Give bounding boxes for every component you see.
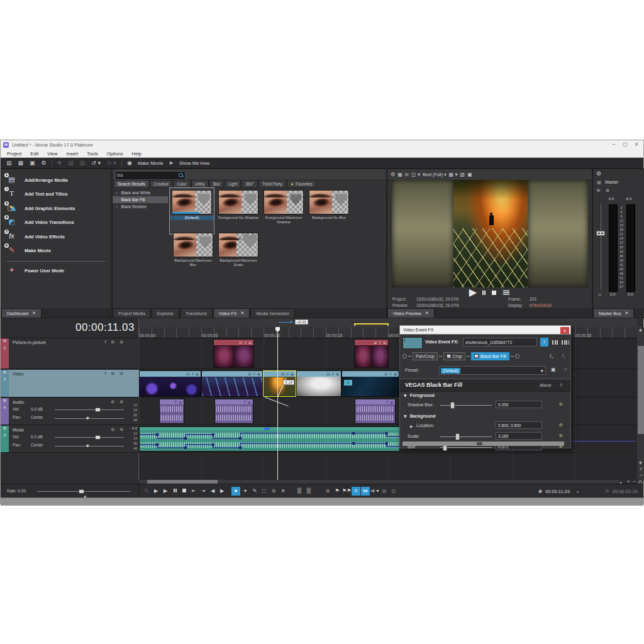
dashboard-power-user-mode[interactable]: ✦Power User Mode bbox=[6, 265, 64, 276]
video-track-color-strip[interactable]: ≡3 bbox=[1, 370, 9, 397]
chain-crop[interactable]: ✓Crop bbox=[443, 352, 465, 360]
previous-frame-button[interactable]: ◀ bbox=[208, 487, 217, 496]
plugin-black-and-white[interactable]: ☆Black and White bbox=[113, 189, 168, 196]
close-tab-icon[interactable]: ✕ bbox=[32, 311, 36, 316]
preset-background-maximum-blur[interactable]: ♥ Background Maximum Blur bbox=[171, 233, 215, 267]
make-movie-icon[interactable]: ◉ bbox=[124, 160, 135, 166]
audio-clip-3[interactable]: f≡ bbox=[355, 399, 396, 424]
master-fader-handle[interactable] bbox=[596, 231, 605, 236]
tab-video-fx[interactable]: Video FX✕ bbox=[213, 308, 250, 318]
menu-insert[interactable]: Insert bbox=[62, 151, 82, 157]
new-project-icon[interactable]: ▤ bbox=[3, 160, 15, 166]
volume-envelope[interactable] bbox=[140, 427, 401, 452]
audio-mute-icon[interactable]: ⊘ bbox=[111, 399, 116, 404]
dashboard-add-text[interactable]: 2TAdd Text and Titles bbox=[6, 188, 67, 199]
preview-settings-icon[interactable]: ⚙ bbox=[391, 172, 395, 177]
event-info-button[interactable]: i bbox=[540, 338, 548, 347]
music-clip[interactable] bbox=[139, 426, 400, 452]
close-tab-icon[interactable]: ✕ bbox=[425, 311, 429, 316]
rate-slider[interactable]: ▲ bbox=[37, 491, 130, 492]
undo-icon[interactable]: ↺ ▾ bbox=[88, 160, 104, 166]
project-properties-icon[interactable]: ⚙ bbox=[38, 160, 50, 166]
fx-dialog-scrollbar[interactable] bbox=[402, 441, 564, 446]
tab-transitions[interactable]: Transitions bbox=[180, 308, 213, 318]
audio-clip-1[interactable]: f≡ bbox=[159, 399, 184, 424]
maximize-button[interactable]: ▢ bbox=[619, 140, 631, 149]
video-clip-maze-selected[interactable]: ⊡f≡ 0.19 bbox=[263, 370, 296, 397]
audio-vol-slider[interactable] bbox=[55, 409, 124, 410]
shadow-blur-value[interactable]: 0.200 bbox=[496, 401, 542, 408]
video-output-fx-icon[interactable]: fx bbox=[405, 172, 409, 177]
location-animate-button[interactable]: ⊕ bbox=[557, 421, 564, 428]
pip-clip-2[interactable]: ≡f≡ bbox=[354, 339, 389, 368]
scale-animate-button[interactable]: ⊕ bbox=[557, 432, 564, 439]
play-button[interactable]: ▶ bbox=[161, 487, 170, 496]
dashboard-add-graphics[interactable]: 3◔▲Add Graphic Elements bbox=[6, 203, 75, 214]
video-clip-concert[interactable]: ⊡f≡ bbox=[201, 370, 263, 397]
envelope-tool[interactable]: ✎ bbox=[250, 487, 259, 496]
track-header-video[interactable]: ≡3 Video f ⊘ ⊘ bbox=[1, 370, 139, 397]
master-fx-icon[interactable]: fx bbox=[597, 188, 600, 192]
show-me-how-icon[interactable]: ➤ bbox=[165, 160, 177, 166]
video-mute-icon[interactable]: ⊘ bbox=[111, 371, 116, 376]
auto-crossfade-button[interactable]: ⋈ bbox=[361, 487, 370, 496]
close-button[interactable]: × bbox=[631, 140, 642, 149]
menu-view[interactable]: View bbox=[43, 151, 61, 157]
plugin-black-bar-fill[interactable]: ☆Black Bar Fill bbox=[113, 196, 168, 203]
tab-project-media[interactable]: Project Media bbox=[113, 308, 151, 318]
dashboard-make-movie[interactable]: 6✎Make Movie bbox=[6, 245, 51, 256]
track-zoom-in-icon[interactable]: + bbox=[639, 467, 643, 472]
black-bar-fill-checkbox[interactable]: ✓ bbox=[474, 354, 479, 358]
fx-dialog-close-button[interactable]: x bbox=[560, 327, 569, 334]
lock-event-button[interactable]: ⊙ bbox=[323, 487, 332, 496]
preset-dropdown-icon[interactable]: ▼ bbox=[540, 369, 543, 373]
tab-video-preview[interactable]: Video Preview✕ bbox=[387, 308, 435, 318]
audio-solo-icon[interactable]: ⊘ bbox=[119, 399, 125, 404]
trim-end-button[interactable]: ▐▌ bbox=[304, 487, 313, 496]
music-track-color-strip[interactable]: ≡5 bbox=[1, 426, 9, 452]
preset-foreground-no-shadow[interactable]: ♥ Foreground No Shadow bbox=[216, 190, 260, 220]
about-link[interactable]: About bbox=[540, 383, 551, 387]
video-fx-icon[interactable]: f bbox=[104, 371, 108, 375]
menu-edit[interactable]: Edit bbox=[26, 151, 42, 157]
next-frame-button[interactable]: ▶ bbox=[218, 487, 226, 496]
go-to-start-button[interactable]: ⇤ bbox=[189, 487, 198, 496]
tab-media-generator[interactable]: Media Generator bbox=[250, 308, 295, 318]
blur-slider[interactable] bbox=[440, 447, 492, 448]
fx-search-box[interactable] bbox=[115, 171, 186, 180]
shadow-blur-animate-button[interactable]: ⊕ bbox=[557, 401, 564, 408]
vertical-scrollbar[interactable]: ▲ ▼ + − bbox=[637, 327, 644, 480]
location-value[interactable]: 0.500, 0.500 bbox=[496, 421, 542, 429]
insert-marker-button[interactable]: ⚑ bbox=[333, 487, 341, 496]
tab-360[interactable]: 360° bbox=[242, 180, 257, 188]
dashboard-add-effects[interactable]: 5fxAdd Video Effects bbox=[6, 231, 65, 242]
video-solo-icon[interactable]: ⊘ bbox=[119, 371, 125, 376]
location-expand-icon[interactable]: ▶ bbox=[410, 424, 413, 428]
remove-fx-icon[interactable]: fx bbox=[562, 353, 565, 359]
preset-background-maximum-scale[interactable]: ♥ Background Maximum Scale bbox=[216, 233, 260, 267]
cut-icon[interactable]: ✚ bbox=[54, 160, 65, 166]
layout-grid-wide-icon[interactable] bbox=[562, 340, 569, 345]
go-to-end-button[interactable]: ⇥ bbox=[199, 487, 208, 496]
split-button[interactable]: ✕ bbox=[279, 487, 287, 496]
minimize-button[interactable]: ─ bbox=[608, 140, 619, 149]
video-clip-smoke[interactable]: ⊡f≡ bbox=[296, 370, 341, 397]
mixer-button[interactable]: ▥ bbox=[389, 487, 398, 496]
preset-combobox[interactable]: (Default) ▼ bbox=[439, 366, 546, 375]
split-screen-icon[interactable]: ◫ ▾ bbox=[411, 172, 420, 177]
pip-track-color-strip[interactable]: ≡2 bbox=[1, 338, 9, 369]
make-movie-button[interactable]: Make Movie bbox=[135, 160, 165, 166]
scroll-up-icon[interactable]: ▲ bbox=[639, 327, 642, 331]
audio-track-color-strip[interactable]: ≡4 bbox=[1, 398, 9, 425]
background-section-header[interactable]: ▼Background bbox=[404, 414, 435, 418]
redo-icon[interactable]: ↻ ▾ bbox=[104, 160, 119, 166]
tab-creative[interactable]: Creative bbox=[150, 180, 172, 188]
v-scroll-thumb[interactable] bbox=[638, 346, 644, 434]
save-snapshot-icon[interactable]: ▣ bbox=[467, 172, 472, 177]
foreground-section-header[interactable]: ▼Foreground bbox=[404, 393, 435, 397]
layout-grid-icon[interactable] bbox=[552, 340, 558, 345]
menu-options[interactable]: Options bbox=[103, 151, 127, 157]
track-header-pip[interactable]: ≡2 Picture-in-picture f ⊘ ⊘ bbox=[1, 338, 139, 369]
cursor-time-display[interactable]: 00:00:11.03 bbox=[545, 489, 570, 494]
dashboard-add-media[interactable]: 1▤Add/Arrange Media bbox=[6, 174, 68, 186]
